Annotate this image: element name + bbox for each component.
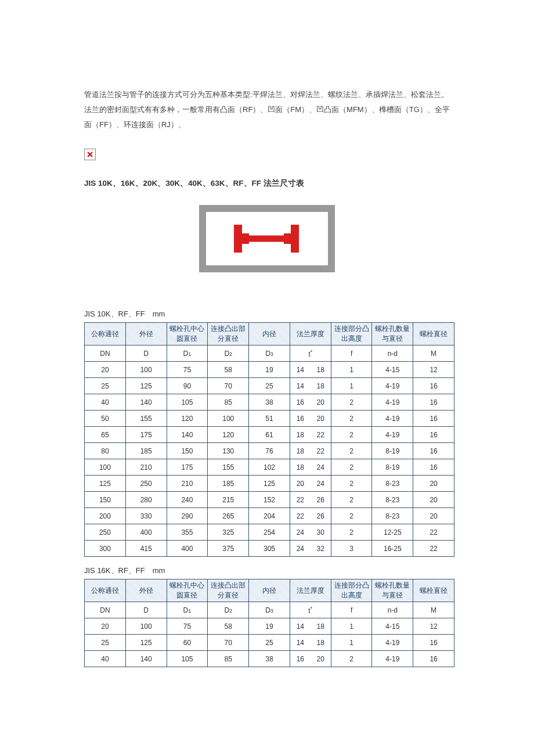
table-row: 25125907025141814-1916 [85, 378, 454, 394]
cell: 25 [249, 635, 290, 651]
cell: 3 [331, 541, 372, 557]
flange-diagram-container [84, 205, 450, 274]
col-symbol-nd: n-d [372, 345, 413, 362]
cell: 2 [331, 394, 372, 411]
document-body: 管道法兰按与管子的连接方式可分为五种基本类型:平焊法兰、对焊法兰、螺纹法兰、承插… [0, 0, 534, 702]
table-row: 5015512010051162024-1916 [85, 411, 454, 427]
col-symbol-d1: D1 [167, 602, 208, 618]
cell: 38 [249, 651, 290, 667]
cell: 20 [85, 362, 126, 378]
col-header-nd: 螺栓孔数量与直径 [372, 323, 413, 345]
cell: 130 [208, 443, 249, 459]
cell: 4-19 [372, 411, 413, 427]
table-row: 3004154003753052432316-2522 [85, 541, 454, 557]
cell-thickness: 1822 [290, 443, 331, 459]
table-row: 401401058538162024-1916 [85, 651, 454, 667]
cell: 200 [85, 508, 126, 524]
cell: 185 [208, 476, 249, 492]
flange-diagram [206, 212, 328, 265]
cell: 51 [249, 411, 290, 427]
cell: 80 [85, 443, 126, 459]
col-header-d2: 连接凸出部分直径 [208, 579, 249, 602]
cell: 400 [167, 541, 208, 557]
cell: 1 [331, 378, 372, 394]
flange-dimension-table: 公称通径外径螺栓孔中心圆直径连接凸出部分直径内径法兰厚度连接部分凸出高度螺栓孔数… [84, 579, 454, 667]
col-symbol-t: t* [290, 345, 331, 362]
cell: 355 [167, 524, 208, 541]
cell-thickness: 2226 [290, 492, 331, 508]
cell-thickness: 1822 [290, 427, 331, 443]
cell: 8-19 [372, 459, 413, 476]
cell: 16 [413, 443, 454, 459]
cell: 4-19 [372, 635, 413, 651]
cell: 8-23 [372, 508, 413, 524]
cell-thickness: 2226 [290, 508, 331, 524]
cell: 185 [125, 443, 167, 459]
col-symbol-d3: D3 [249, 345, 290, 362]
cell: 210 [167, 476, 208, 492]
cell: 254 [249, 524, 290, 541]
cell: 2 [331, 443, 372, 459]
cell: 85 [208, 394, 249, 411]
table-row: 401401058538162024-1916 [85, 394, 454, 411]
table-row: 6517514012061182224-1916 [85, 427, 454, 443]
cell: 8-19 [372, 443, 413, 459]
cell: 125 [125, 378, 167, 394]
cell: 305 [249, 541, 290, 557]
cell: 210 [125, 459, 167, 476]
cell: 280 [125, 492, 167, 508]
cell: 58 [208, 618, 249, 635]
cell: 90 [167, 378, 208, 394]
cell-thickness: 1620 [290, 651, 331, 667]
cell: 70 [208, 378, 249, 394]
cell: 175 [125, 427, 167, 443]
col-header-d3: 内径 [249, 323, 290, 345]
cell: 4-15 [372, 362, 413, 378]
cell: 16-25 [372, 541, 413, 557]
cell: 2 [331, 427, 372, 443]
cell: 152 [249, 492, 290, 508]
col-symbol-m: M [413, 602, 454, 618]
broken-image-placeholder [84, 149, 96, 160]
cell: 140 [125, 651, 167, 667]
table-row: 100210175155102182428-1916 [85, 459, 454, 476]
cell: 16 [413, 459, 454, 476]
cell: 2 [331, 411, 372, 427]
table-row: 20100755819141814-1512 [85, 362, 454, 378]
col-symbol-f: f [331, 345, 372, 362]
cell: 8-23 [372, 492, 413, 508]
cell: 12 [413, 618, 454, 635]
table-row: 25125607025141814-1916 [85, 635, 454, 651]
cell: 1 [331, 362, 372, 378]
cell: 61 [249, 427, 290, 443]
cell: 19 [249, 618, 290, 635]
cell: 16 [413, 651, 454, 667]
cell: 2 [331, 492, 372, 508]
col-symbol-dn: DN [85, 345, 126, 362]
col-header-f: 连接部分凸出高度 [331, 323, 372, 345]
cell: 25 [85, 378, 126, 394]
cell-thickness: 2432 [290, 541, 331, 557]
col-header-m: 螺栓直径 [413, 579, 454, 602]
cell: 204 [249, 508, 290, 524]
cell-thickness: 2024 [290, 476, 331, 492]
col-header-d1: 螺栓孔中心圆直径 [167, 579, 208, 602]
cell: 8-23 [372, 476, 413, 492]
intro-paragraph: 管道法兰按与管子的连接方式可分为五种基本类型:平焊法兰、对焊法兰、螺纹法兰、承插… [84, 87, 450, 132]
col-symbol-f: f [331, 602, 372, 618]
cell: 290 [167, 508, 208, 524]
section-title: JIS 10K、16K、20K、30K、40K、63K、RF、FF 法兰尺寸表 [84, 178, 450, 189]
cell: 150 [167, 443, 208, 459]
cell: 85 [208, 651, 249, 667]
cell: 12 [413, 362, 454, 378]
cell-thickness: 1824 [290, 459, 331, 476]
cell: 4-19 [372, 378, 413, 394]
col-symbol-d1: D1 [167, 345, 208, 362]
cell: 125 [125, 635, 167, 651]
cell: 22 [413, 541, 454, 557]
cell: 120 [208, 427, 249, 443]
cell-thickness: 1620 [290, 394, 331, 411]
table-row: 8018515013076182228-1916 [85, 443, 454, 459]
cell: 40 [85, 394, 126, 411]
cell: 16 [413, 394, 454, 411]
